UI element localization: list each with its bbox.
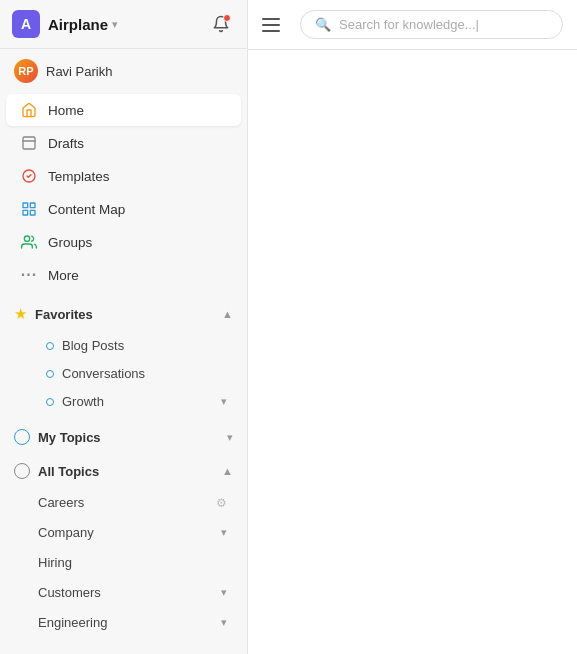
growth-chevron-icon: ▾ (221, 395, 227, 408)
all-topics-collapse-button[interactable]: ▲ (222, 465, 233, 477)
conversations-label: Conversations (62, 366, 145, 381)
conversations-left: Conversations (46, 366, 145, 381)
search-placeholder: Search for knowledge...| (339, 17, 479, 32)
nav-label-home: Home (48, 103, 84, 118)
nav-label-more: More (48, 268, 79, 283)
favorite-item-growth[interactable]: Growth ▾ (6, 388, 241, 415)
blog-posts-label: Blog Posts (62, 338, 124, 353)
search-cursor: | (476, 17, 479, 32)
more-icon: ··· (20, 266, 38, 284)
growth-left: Growth (46, 394, 104, 409)
sidebar: A Airplane ▾ RP Ravi Parikh Hom (0, 0, 248, 654)
search-icon: 🔍 (315, 17, 331, 32)
hamburger-line-1 (262, 18, 280, 20)
user-name: Ravi Parikh (46, 64, 112, 79)
blog-posts-circle-icon (46, 342, 54, 350)
favorites-collapse-button[interactable]: ▲ (222, 308, 233, 320)
drafts-icon (20, 134, 38, 152)
growth-circle-icon (46, 398, 54, 406)
app-name-wrapper[interactable]: Airplane ▾ (48, 16, 199, 33)
customers-label: Customers (38, 585, 101, 600)
topic-item-customers[interactable]: Customers ▾ (6, 578, 241, 607)
all-topics-circle-icon (14, 463, 30, 479)
hamburger-line-3 (262, 30, 280, 32)
hamburger-button[interactable] (262, 11, 290, 39)
main-content: 🔍 Search for knowledge...| (248, 0, 577, 654)
svg-rect-5 (23, 210, 28, 215)
all-topics-header-left: All Topics (14, 463, 99, 479)
user-row[interactable]: RP Ravi Parikh (0, 49, 247, 93)
conversations-circle-icon (46, 370, 54, 378)
topic-item-hiring[interactable]: Hiring (6, 548, 241, 577)
engineering-left: Engineering (38, 615, 107, 630)
notification-button[interactable] (207, 10, 235, 38)
favorites-list: Blog Posts Conversations Growth ▾ (0, 331, 247, 416)
nav-item-more[interactable]: ··· More (6, 259, 241, 291)
company-label: Company (38, 525, 94, 540)
favorite-item-blog-posts[interactable]: Blog Posts (6, 332, 241, 359)
sidebar-header: A Airplane ▾ (0, 0, 247, 49)
customers-chevron-icon: ▾ (221, 586, 227, 599)
favorite-item-conversations[interactable]: Conversations (6, 360, 241, 387)
nav-item-home[interactable]: Home (6, 94, 241, 126)
my-topics-collapse-button[interactable]: ▾ (227, 431, 233, 444)
svg-rect-6 (30, 210, 35, 215)
all-topics-label: All Topics (38, 464, 99, 479)
nav-item-templates[interactable]: Templates (6, 160, 241, 192)
company-chevron-icon: ▾ (221, 526, 227, 539)
careers-left: Careers (38, 495, 84, 510)
content-map-icon (20, 200, 38, 218)
my-topics-section-header[interactable]: My Topics ▾ (0, 423, 247, 451)
careers-settings-icon: ⚙ (216, 496, 227, 510)
engineering-chevron-icon: ▾ (221, 616, 227, 629)
avatar: RP (14, 59, 38, 83)
svg-rect-0 (23, 137, 35, 149)
my-topics-label: My Topics (38, 430, 101, 445)
growth-label: Growth (62, 394, 104, 409)
nav-item-groups[interactable]: Groups (6, 226, 241, 258)
favorites-header-left: ★ Favorites (14, 305, 93, 323)
all-topics-list: Careers ⚙ Company ▾ Hiring Customers ▾ E… (0, 487, 247, 638)
my-topics-header-left: My Topics (14, 429, 101, 445)
all-topics-section-header: All Topics ▲ (0, 457, 247, 485)
app-logo: A (12, 10, 40, 38)
topic-item-company[interactable]: Company ▾ (6, 518, 241, 547)
company-left: Company (38, 525, 94, 540)
home-icon (20, 101, 38, 119)
nav-item-content-map[interactable]: Content Map (6, 193, 241, 225)
svg-point-7 (24, 236, 29, 241)
notification-dot (223, 14, 231, 22)
topic-item-careers[interactable]: Careers ⚙ (6, 488, 241, 517)
hiring-label: Hiring (38, 555, 72, 570)
svg-rect-4 (30, 203, 35, 208)
main-header: 🔍 Search for knowledge...| (248, 0, 577, 50)
nav-item-drafts[interactable]: Drafts (6, 127, 241, 159)
careers-label: Careers (38, 495, 84, 510)
favorites-star-icon: ★ (14, 305, 27, 323)
engineering-label: Engineering (38, 615, 107, 630)
app-name: Airplane (48, 16, 108, 33)
nav-label-groups: Groups (48, 235, 92, 250)
svg-rect-3 (23, 203, 28, 208)
search-bar[interactable]: 🔍 Search for knowledge...| (300, 10, 563, 39)
favorites-section-header: ★ Favorites ▲ (0, 299, 247, 329)
nav-label-content-map: Content Map (48, 202, 125, 217)
blog-posts-left: Blog Posts (46, 338, 124, 353)
hamburger-line-2 (262, 24, 280, 26)
app-logo-letter: A (21, 16, 31, 32)
customers-left: Customers (38, 585, 101, 600)
nav-label-templates: Templates (48, 169, 110, 184)
hiring-left: Hiring (38, 555, 72, 570)
my-topics-circle-icon (14, 429, 30, 445)
app-name-chevron-icon: ▾ (112, 18, 118, 31)
topic-item-engineering[interactable]: Engineering ▾ (6, 608, 241, 637)
templates-icon (20, 167, 38, 185)
main-nav: Home Drafts Templates (0, 93, 247, 292)
favorites-label: Favorites (35, 307, 93, 322)
groups-icon (20, 233, 38, 251)
nav-label-drafts: Drafts (48, 136, 84, 151)
